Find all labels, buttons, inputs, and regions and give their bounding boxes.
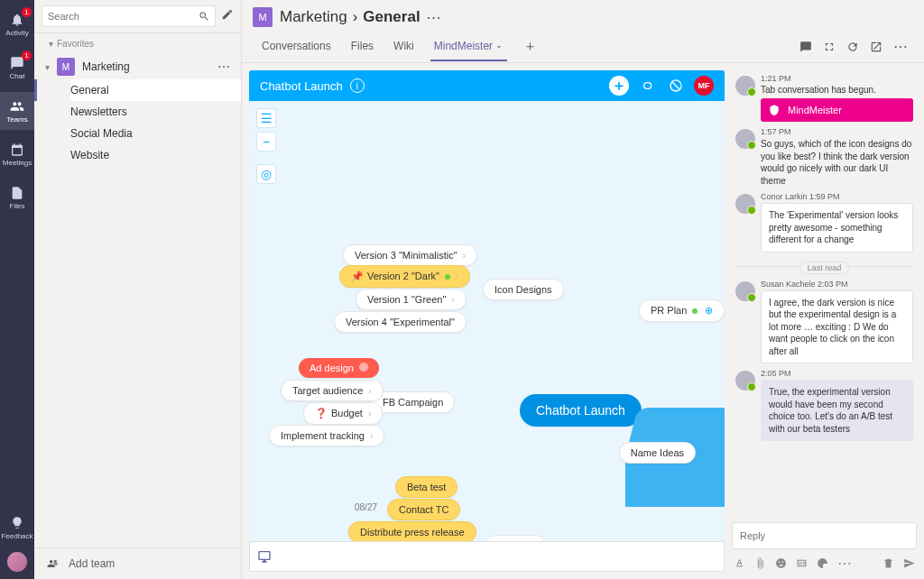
breadcrumb: Marketing›General⋯: [280, 8, 441, 27]
last-read-marker: Last read: [735, 258, 913, 274]
zoom-out-button[interactable]: −: [256, 132, 276, 152]
msg-text: Tab conversation has begun.: [761, 85, 913, 95]
main-area: M Marketing›General⋯ Conversations Files…: [242, 0, 924, 579]
user-avatar[interactable]: [7, 552, 27, 572]
connect-icon[interactable]: [636, 75, 658, 96]
date-0827: 08/27: [355, 502, 377, 512]
team-name: Marketing: [82, 60, 130, 73]
msg-text: So guys, which of the icon designs do yo…: [761, 138, 913, 187]
channel-website[interactable]: Website: [70, 144, 241, 166]
add-tab-button[interactable]: ＋: [514, 31, 546, 62]
search-input[interactable]: [48, 11, 199, 22]
team-row[interactable]: ▾ M Marketing ⋯: [34, 54, 241, 79]
more-icon[interactable]: ⋯: [893, 38, 908, 55]
rail-feedback[interactable]: Feedback: [0, 509, 34, 547]
node-pr-plan[interactable]: PR Plan⊕: [639, 299, 725, 322]
gif-icon[interactable]: [796, 557, 808, 569]
node-implement-tracking[interactable]: Implement tracking›: [269, 425, 384, 446]
tab-mindmeister[interactable]: MindMeister: [425, 32, 513, 60]
mindmeister-card[interactable]: MindMeister: [761, 98, 913, 122]
msg-text: The 'Experimental' version looks pretty …: [761, 203, 913, 253]
msg-meta: 1:21 PM: [761, 74, 913, 83]
compose-icon[interactable]: [221, 8, 234, 24]
node-center[interactable]: Chatbot Launch: [520, 394, 642, 427]
mindmap-canvas[interactable]: ＋ − ◎ ☰ Chatbot Launch Icon Designs Vers…: [249, 101, 725, 541]
node-budget[interactable]: ❓Budget›: [303, 402, 383, 425]
refresh-icon[interactable]: [846, 41, 859, 53]
expand-icon[interactable]: [823, 41, 836, 53]
node-contact-tc[interactable]: Contact TC: [387, 499, 460, 520]
channel-header: M Marketing›General⋯: [242, 0, 924, 27]
msg-meta: 1:57 PM: [761, 127, 913, 136]
popout-icon[interactable]: [870, 41, 882, 53]
node-beta-test[interactable]: Beta test: [395, 476, 457, 498]
channel-sidebar: ▾ Favorites ▾ M Marketing ⋯ General News…: [34, 0, 242, 579]
app-rail: Activity 1 Chat 1 Teams Meetings Files F…: [0, 0, 34, 579]
avatar: [735, 129, 755, 149]
search-box[interactable]: [42, 5, 216, 27]
rail-meetings[interactable]: Meetings: [0, 135, 34, 173]
msg-text: True, the experimental version would hav…: [761, 380, 913, 441]
channel-newsletters[interactable]: Newsletters: [70, 101, 241, 123]
tabs-row: Conversations Files Wiki MindMeister ＋ ⋯: [242, 31, 924, 63]
node-v4[interactable]: Version 4 "Experimental": [334, 311, 467, 333]
tab-wiki[interactable]: Wiki: [384, 32, 423, 60]
msg-text: I agree, the dark version is nice but th…: [761, 290, 913, 364]
user-badge[interactable]: MF: [694, 76, 714, 96]
app-toolbar: Chatbot Launch i ＋ MF: [249, 70, 725, 101]
rail-activity[interactable]: Activity 1: [0, 5, 34, 43]
reply-box[interactable]: [732, 522, 917, 549]
rail-files[interactable]: Files: [0, 179, 34, 216]
delete-icon[interactable]: [882, 557, 894, 569]
node-name-ideas[interactable]: Name Ideas: [619, 442, 696, 464]
team-icon: M: [57, 58, 75, 76]
node-v2[interactable]: 📌Version 2 "Dark"›: [339, 265, 470, 288]
search-icon: [199, 11, 209, 22]
monitor-icon: [257, 549, 272, 564]
avatar: [735, 281, 755, 301]
block-icon[interactable]: [665, 75, 687, 96]
more-compose-icon[interactable]: ⋯: [837, 555, 852, 572]
open-chat-icon[interactable]: [799, 41, 812, 53]
tab-files[interactable]: Files: [342, 32, 383, 60]
compose-bar[interactable]: [249, 541, 725, 572]
node-v3[interactable]: Version 3 "Minimalistic"›: [343, 244, 477, 266]
avatar: [735, 371, 755, 391]
add-node-button[interactable]: ＋: [609, 76, 629, 96]
msg-meta: 2:05 PM: [761, 369, 913, 378]
msg-meta: Susan Kachele 2:03 PM: [761, 280, 913, 289]
avatar: [735, 76, 755, 96]
rail-teams[interactable]: Teams: [0, 92, 34, 130]
mindmeister-panel: Chatbot Launch i ＋ MF: [249, 70, 725, 572]
send-icon[interactable]: [903, 557, 915, 569]
msg-meta: Conor Larkin 1:59 PM: [761, 192, 913, 201]
emoji-icon[interactable]: [775, 557, 787, 569]
format-icon[interactable]: [734, 557, 745, 569]
node-ad-design[interactable]: Ad design: [299, 358, 379, 378]
node-icon-designs[interactable]: Icon Designs: [483, 279, 564, 300]
node-v1[interactable]: Version 1 "Green"›: [356, 289, 467, 310]
avatar: [735, 194, 755, 214]
tab-conversations[interactable]: Conversations: [253, 32, 340, 60]
info-icon[interactable]: i: [350, 78, 365, 93]
map-title: Chatbot Launch: [260, 79, 343, 93]
reply-input[interactable]: [740, 530, 909, 541]
node-fb-campaign[interactable]: FB Campaign: [371, 391, 455, 413]
node-timeline[interactable]: Timeline: [485, 535, 546, 541]
node-target-audience[interactable]: Target audience›: [281, 380, 383, 401]
favorites-header[interactable]: ▾ Favorites: [34, 33, 241, 54]
channel-social-media[interactable]: Social Media: [70, 123, 241, 144]
team-more-icon[interactable]: ⋯: [217, 60, 230, 74]
node-dist-press[interactable]: Distribute press release: [348, 521, 476, 541]
locate-button[interactable]: ◎: [256, 164, 276, 184]
activity-badge: 1: [22, 7, 32, 17]
add-team-button[interactable]: Add team: [34, 547, 241, 579]
sticker-icon[interactable]: [817, 557, 828, 569]
channel-general[interactable]: General: [70, 79, 241, 101]
chevron-down-icon: [493, 40, 504, 52]
canvas-menu-button[interactable]: ☰: [256, 108, 276, 128]
rail-chat[interactable]: Chat 1: [0, 49, 34, 87]
attach-icon[interactable]: [754, 557, 766, 569]
header-team-icon: M: [253, 7, 273, 27]
chat-badge: 1: [22, 51, 32, 60]
